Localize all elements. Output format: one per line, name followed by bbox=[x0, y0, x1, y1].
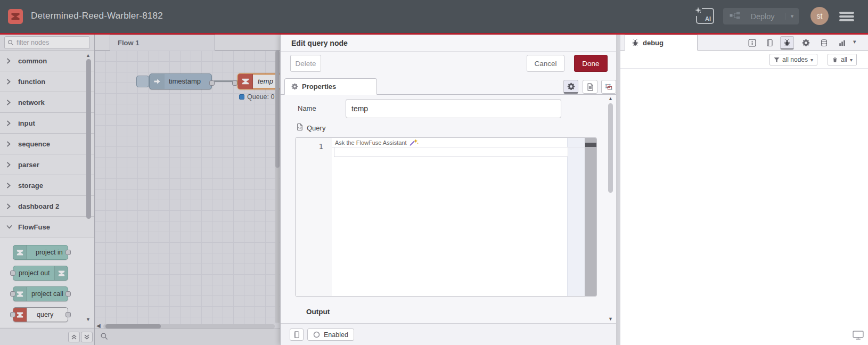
palette-category-sequence[interactable]: sequence bbox=[0, 134, 94, 154]
collapse-all-categories-button[interactable] bbox=[68, 332, 80, 342]
canvas-horizontal-scrollbar[interactable] bbox=[103, 324, 275, 328]
palette-category-parser[interactable]: parser bbox=[0, 154, 94, 175]
sidebar-tab-debug-button[interactable] bbox=[780, 36, 794, 50]
query-code-editor[interactable]: 1 Ask the FlowFuse Assistant bbox=[295, 137, 597, 297]
timestamp-node[interactable]: timestamp bbox=[149, 73, 212, 89]
ai-label: AI bbox=[705, 15, 711, 22]
sidebar-tab-info-button[interactable] bbox=[745, 36, 759, 50]
chevron-right-icon bbox=[6, 162, 15, 168]
done-button[interactable]: Done bbox=[574, 55, 608, 72]
palette-category-function[interactable]: function bbox=[0, 71, 94, 92]
chevron-right-icon bbox=[6, 183, 15, 188]
assistant-hint-row: Ask the FlowFuse Assistant bbox=[332, 138, 585, 147]
line-number: 1 bbox=[319, 142, 323, 151]
user-avatar[interactable]: st bbox=[810, 7, 829, 25]
sidebar-tab-dashboard-button[interactable] bbox=[835, 36, 849, 50]
tab-description-icon-button[interactable] bbox=[583, 80, 597, 94]
sidebar-tab-context-button[interactable] bbox=[817, 36, 831, 50]
palette-category-network[interactable]: network bbox=[0, 92, 94, 113]
scroll-up-icon[interactable]: ▲ bbox=[608, 96, 613, 101]
palette-filter-box bbox=[4, 36, 90, 49]
chevron-right-icon bbox=[6, 141, 15, 147]
status-dot-icon bbox=[239, 94, 244, 100]
name-input[interactable] bbox=[346, 99, 561, 118]
palette-filter-row bbox=[0, 35, 94, 51]
gear-icon bbox=[802, 39, 810, 47]
canvas-grid[interactable]: timestamp temp Queue: 0 bbox=[95, 51, 280, 324]
output-section-label: Output bbox=[306, 308, 330, 316]
magic-wand-icon[interactable] bbox=[410, 139, 419, 146]
palette-category-flowfuse[interactable]: FlowFuse bbox=[0, 217, 94, 237]
tab-appearance-icon-button[interactable] bbox=[601, 80, 616, 94]
palette-scroll-up-icon[interactable]: ▲ bbox=[86, 53, 91, 58]
deploy-button[interactable]: Deploy ▾ bbox=[723, 8, 799, 24]
debug-clear-button[interactable]: all ▾ bbox=[828, 54, 857, 65]
palette-node-project-in[interactable]: project in bbox=[13, 245, 68, 260]
name-field-label: Name bbox=[298, 104, 316, 112]
palette-category-common[interactable]: common bbox=[0, 51, 94, 71]
editor-active-line[interactable] bbox=[334, 147, 568, 157]
document-icon bbox=[586, 83, 594, 91]
palette-node-project-out[interactable]: project out bbox=[13, 266, 68, 281]
query-file-code-icon bbox=[296, 123, 304, 133]
temp-query-node-selected[interactable]: temp bbox=[238, 73, 280, 89]
open-debug-window-icon[interactable] bbox=[853, 331, 864, 342]
palette-filter-input[interactable] bbox=[17, 37, 86, 48]
palette-scrollbar[interactable] bbox=[86, 59, 91, 219]
circle-icon bbox=[313, 331, 320, 338]
tab-properties[interactable]: Properties bbox=[284, 78, 377, 95]
sidebar-tabs-caret[interactable]: ▾ bbox=[853, 38, 856, 45]
bar-chart-icon bbox=[838, 39, 846, 47]
node-status: Queue: 0 bbox=[239, 93, 274, 101]
canvas-vertical-scrollbar[interactable] bbox=[275, 51, 280, 323]
inject-trigger-button[interactable] bbox=[136, 76, 149, 87]
double-chevron-up-icon bbox=[71, 334, 77, 340]
debug-filter-button[interactable]: all nodes ▾ bbox=[769, 54, 817, 65]
expand-all-categories-button[interactable] bbox=[81, 332, 93, 342]
sidebar-tab-help-button[interactable] bbox=[763, 36, 776, 50]
node-input-port bbox=[10, 291, 15, 297]
form-scrollbar[interactable]: ▲ ▼ bbox=[607, 96, 615, 322]
canvas-scroll-left-icon[interactable]: ◀ bbox=[96, 323, 101, 328]
node-output-port bbox=[65, 250, 71, 255]
ai-assistant-button[interactable]: AI bbox=[696, 8, 714, 24]
palette-scroll-down-icon[interactable]: ▼ bbox=[86, 317, 91, 322]
palette-category-dashboard-2[interactable]: dashboard 2 bbox=[0, 196, 94, 217]
chevron-right-icon bbox=[6, 79, 15, 85]
flow-tab[interactable]: Flow 1 bbox=[110, 35, 215, 51]
flow-canvas[interactable]: Flow 1 timestamp temp bbox=[95, 35, 280, 345]
main-menu-button[interactable] bbox=[839, 12, 854, 21]
scroll-down-icon[interactable]: ▼ bbox=[608, 316, 613, 322]
deploy-options-caret[interactable]: ▾ bbox=[785, 13, 799, 20]
node-help-button[interactable] bbox=[290, 328, 304, 341]
palette-footer bbox=[0, 328, 94, 345]
form-scrollbar-thumb[interactable] bbox=[608, 103, 613, 193]
zoom-search-icon[interactable] bbox=[100, 332, 108, 342]
bug-icon bbox=[783, 39, 791, 46]
palette-node-query[interactable]: query bbox=[13, 307, 68, 322]
flowfuse-node-icon bbox=[13, 245, 27, 259]
gear-icon bbox=[567, 83, 575, 91]
palette-category-input[interactable]: input bbox=[0, 113, 94, 134]
palette-node-project-call[interactable]: project call bbox=[13, 286, 68, 301]
instance-title: Determined-Reed-Warbler-8182 bbox=[31, 11, 163, 21]
sidebar-tab-config-button[interactable] bbox=[799, 36, 813, 50]
node-input-port bbox=[10, 270, 15, 276]
tab-debug[interactable]: debug bbox=[625, 35, 698, 51]
book-icon bbox=[293, 331, 300, 339]
palette-category-storage[interactable]: storage bbox=[0, 175, 94, 196]
node-enabled-toggle[interactable]: Enabled bbox=[307, 328, 354, 341]
cancel-button[interactable]: Cancel bbox=[527, 55, 564, 72]
edit-node-tray: Edit query node Delete Cancel Done Prope… bbox=[280, 35, 616, 345]
deploy-label: Deploy bbox=[740, 12, 785, 21]
editor-print-margin bbox=[567, 138, 585, 296]
sparkle-icon bbox=[694, 5, 702, 16]
delete-button[interactable]: Delete bbox=[290, 55, 321, 72]
tab-properties-icon-button[interactable] bbox=[563, 80, 578, 94]
database-icon bbox=[820, 39, 828, 47]
debug-messages-body[interactable] bbox=[620, 69, 868, 345]
debug-filter-row: all nodes ▾ all ▾ bbox=[620, 51, 868, 69]
editor-scrollbar[interactable] bbox=[585, 138, 596, 296]
panel-resize-divider[interactable] bbox=[616, 35, 620, 345]
node-input-port[interactable] bbox=[232, 80, 238, 86]
